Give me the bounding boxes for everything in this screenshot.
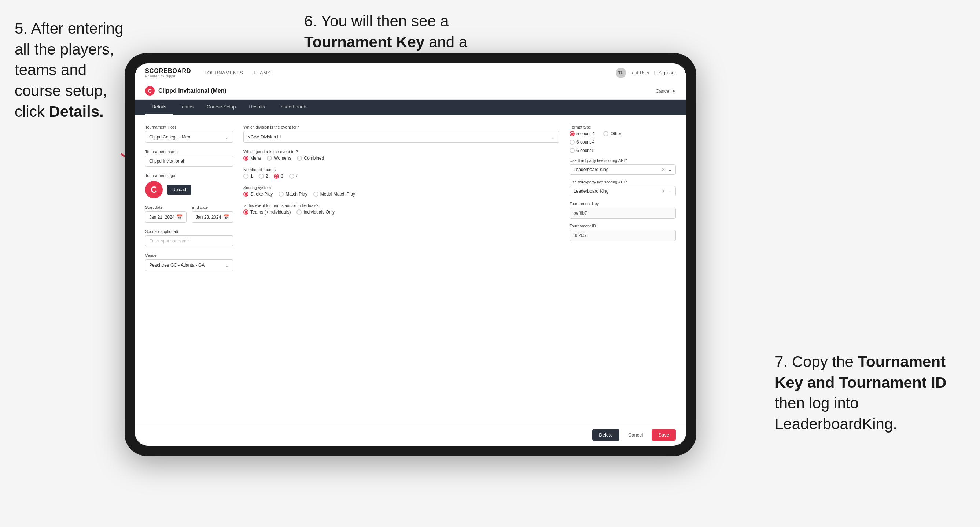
gender-womens-radio[interactable]: [267, 156, 272, 161]
end-date-input[interactable]: Jan 23, 2024 📅: [192, 211, 233, 223]
venue-dropdown[interactable]: Peachtree GC - Atlanta - GA: [145, 259, 233, 271]
save-button[interactable]: Save: [652, 429, 676, 441]
clear-icon-2[interactable]: ✕: [662, 189, 665, 194]
scoring-match-radio[interactable]: [278, 192, 284, 197]
teams-radio[interactable]: [243, 210, 248, 214]
gender-mens[interactable]: Mens: [243, 156, 261, 161]
gender-label: Which gender is the event for?: [243, 149, 559, 154]
format-5count4-radio[interactable]: [570, 131, 575, 136]
start-date-label: Start date: [145, 205, 186, 210]
rounds-3[interactable]: 3: [274, 174, 283, 179]
tab-results[interactable]: Results: [243, 100, 272, 114]
scoring-match[interactable]: Match Play: [278, 192, 307, 197]
third-party-1-dropdown[interactable]: Leaderboard King ✕ ⌄: [570, 164, 676, 175]
host-label: Tournament Host: [145, 125, 233, 129]
rounds-2[interactable]: 2: [259, 174, 268, 179]
clear-icon-1[interactable]: ✕: [662, 167, 665, 172]
tab-course-setup[interactable]: Course Setup: [200, 100, 243, 114]
sign-out-button[interactable]: Sign out: [658, 70, 676, 75]
rounds-radio-group: 1 2 3 4: [243, 174, 559, 179]
rounds-3-radio[interactable]: [274, 174, 279, 179]
rounds-2-radio[interactable]: [259, 174, 264, 179]
logo-section: C Upload: [145, 181, 233, 198]
chevron-down-icon-1: ⌄: [668, 167, 672, 172]
chevron-down-icon-2: ⌄: [668, 189, 672, 194]
division-dropdown[interactable]: NCAA Division III: [243, 131, 559, 143]
scoring-medal-radio[interactable]: [313, 192, 318, 197]
scoring-medal[interactable]: Medal Match Play: [313, 192, 355, 197]
format-6count5[interactable]: 6 count 5: [570, 148, 676, 153]
individuals-radio[interactable]: [296, 210, 302, 214]
end-date-label: End date: [192, 205, 233, 210]
nav-teams[interactable]: TEAMS: [253, 68, 270, 77]
nav-tournaments[interactable]: TOURNAMENTS: [205, 68, 243, 77]
tournament-header: C Clippd Invitational (Men) Cancel ✕: [135, 83, 686, 100]
col-middle: Which division is the event for? NCAA Di…: [243, 125, 559, 413]
end-date-field: End date Jan 23, 2024 📅: [192, 205, 233, 223]
delete-button[interactable]: Delete: [592, 429, 619, 441]
division-label: Which division is the event for?: [243, 125, 559, 129]
user-label: Test User: [630, 70, 650, 75]
format-5count4[interactable]: 5 count 4: [570, 131, 595, 136]
rounds-4[interactable]: 4: [289, 174, 299, 179]
cancel-button[interactable]: Cancel: [623, 429, 648, 441]
rounds-label: Number of rounds: [243, 167, 559, 172]
tab-teams[interactable]: Teams: [173, 100, 200, 114]
rounds-4-radio[interactable]: [289, 174, 294, 179]
annotation-step7: 7. Copy the Tournament Key and Tournamen…: [775, 352, 958, 435]
format-other-radio[interactable]: [603, 131, 608, 136]
calendar-icon-start: 📅: [177, 214, 183, 220]
format-6count4[interactable]: 6 count 4: [570, 140, 676, 144]
format-label: Format type: [570, 125, 676, 129]
gender-womens[interactable]: Womens: [267, 156, 291, 161]
app-navbar: SCOREBOARD Powered by clippd TOURNAMENTS…: [135, 63, 686, 83]
start-date-field: Start date Jan 21, 2024 📅: [145, 205, 186, 223]
rounds-1-radio[interactable]: [243, 174, 248, 179]
tab-leaderboards[interactable]: Leaderboards: [272, 100, 314, 114]
third-party-1-group: Use third-party live scoring API? Leader…: [570, 158, 676, 175]
col-right: Format type 5 count 4 Other: [570, 125, 676, 413]
scoring-field-group: Scoring system Stroke Play Match Play: [243, 185, 559, 197]
tabs-bar: Details Teams Course Setup Results Leade…: [135, 100, 686, 114]
nav-links: TOURNAMENTS TEAMS: [205, 68, 616, 77]
start-date-input[interactable]: Jan 21, 2024 📅: [145, 211, 186, 223]
main-content: Tournament Host Clippd College - Men Tou…: [135, 114, 686, 424]
gender-field-group: Which gender is the event for? Mens Wome…: [243, 149, 559, 161]
tournament-name: Clippd Invitational (Men): [158, 87, 226, 94]
teams-field-group: Is this event for Teams and/or Individua…: [243, 203, 559, 214]
gender-mens-radio[interactable]: [243, 156, 248, 161]
sponsor-field-group: Sponsor (optional) Enter sponsor name: [145, 229, 233, 246]
third-party-2-label: Use third-party live scoring API?: [570, 180, 676, 184]
format-6count5-radio[interactable]: [570, 148, 575, 153]
rounds-1[interactable]: 1: [243, 174, 253, 179]
brand-logo: SCOREBOARD Powered by clippd: [145, 68, 191, 78]
host-dropdown[interactable]: Clippd College - Men: [145, 131, 233, 143]
gender-combined[interactable]: Combined: [297, 156, 324, 161]
scoring-label: Scoring system: [243, 185, 559, 190]
format-other[interactable]: Other: [603, 131, 621, 136]
division-field-group: Which division is the event for? NCAA Di…: [243, 125, 559, 143]
tab-details[interactable]: Details: [145, 100, 173, 114]
format-6count4-radio[interactable]: [570, 140, 575, 144]
scoring-stroke[interactable]: Stroke Play: [243, 192, 273, 197]
gender-combined-radio[interactable]: [297, 156, 302, 161]
nav-right: TU Test User | Sign out: [616, 68, 676, 78]
teams-label: Is this event for Teams and/or Individua…: [243, 203, 559, 208]
scoring-stroke-radio[interactable]: [243, 192, 248, 197]
tournament-key-value: bef8b7: [570, 208, 676, 219]
sign-out-link[interactable]: |: [654, 70, 655, 75]
sponsor-label: Sponsor (optional): [145, 229, 233, 234]
upload-button[interactable]: Upload: [167, 184, 191, 195]
sponsor-input[interactable]: Enter sponsor name: [145, 235, 233, 246]
cancel-x-button[interactable]: Cancel ✕: [655, 88, 676, 94]
individuals-only[interactable]: Individuals Only: [296, 210, 335, 214]
bottom-bar: Delete Cancel Save: [135, 424, 686, 446]
name-label: Tournament name: [145, 149, 233, 154]
format-field-group: Format type 5 count 4 Other: [570, 125, 676, 153]
name-input[interactable]: Clippd Invitational: [145, 156, 233, 167]
third-party-1-label: Use third-party live scoring API?: [570, 158, 676, 163]
tournament-title-row: C Clippd Invitational (Men): [145, 86, 226, 95]
tournament-id-value: 302051: [570, 230, 676, 241]
third-party-2-dropdown[interactable]: Leaderboard King ✕ ⌄: [570, 186, 676, 196]
teams-with-individuals[interactable]: Teams (+Individuals): [243, 210, 291, 214]
